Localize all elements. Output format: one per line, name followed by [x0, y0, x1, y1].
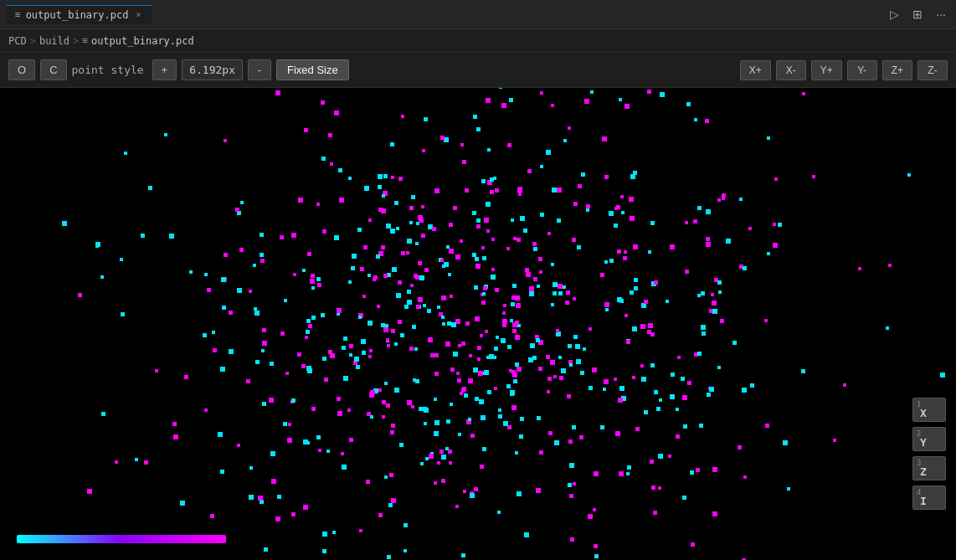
more-actions-button[interactable]: ··· [933, 6, 949, 23]
axis-yminus-button[interactable]: Y- [847, 60, 877, 80]
breadcrumb-sep-2: > [73, 35, 79, 47]
btn-o[interactable]: O [8, 59, 35, 80]
size-decrease-button[interactable]: - [248, 59, 271, 80]
title-actions: ▷ ⊞ ··· [887, 6, 949, 23]
axis-legend-x: 1 X [912, 398, 946, 422]
active-tab[interactable]: ≡ output_binary.pcd × [7, 5, 152, 24]
breadcrumb-icon: ≡ [82, 35, 88, 46]
btn-c[interactable]: C [40, 59, 66, 80]
axis-yplus-button[interactable]: Y+ [811, 60, 842, 80]
axis-zplus-button[interactable]: Z+ [882, 60, 912, 80]
axis-legend-num-2: 2 [917, 429, 921, 438]
breadcrumb-item-build[interactable]: build [39, 35, 69, 47]
fixed-size-button[interactable]: Fixed Size [276, 59, 349, 80]
breadcrumb-item-pcd[interactable]: PCD [8, 35, 27, 47]
point-cloud-canvas[interactable] [0, 88, 956, 560]
tab-filename: output_binary.pcd [26, 9, 129, 21]
breadcrumb-current-file: output_binary.pcd [91, 35, 194, 47]
breadcrumb-sep-1: > [30, 35, 36, 47]
axis-legend-i: 4 I [912, 486, 946, 510]
axis-legend-num-3: 3 [917, 459, 921, 467]
point-style-label: point style [72, 64, 144, 76]
axis-zminus-button[interactable]: Z- [917, 60, 948, 80]
axis-legend-label-x: X [920, 407, 927, 419]
axis-legend-num-1: 1 [917, 400, 921, 408]
axis-legend: 1 X 2 Y 3 Z 4 I [912, 398, 946, 510]
axis-legend-label-y: Y [920, 436, 927, 449]
tab-area: ≡ output_binary.pcd × [7, 5, 152, 24]
size-value-display: 6.192px [182, 59, 243, 80]
axis-legend-num-4: 4 [917, 488, 921, 496]
axis-legend-z: 3 Z [912, 456, 946, 480]
split-button[interactable]: ⊞ [909, 6, 926, 23]
tab-close-button[interactable]: × [133, 9, 143, 20]
run-button[interactable]: ▷ [887, 6, 902, 23]
axis-xplus-button[interactable]: X+ [740, 60, 771, 80]
axis-legend-label-z: Z [920, 465, 927, 478]
axis-legend-label-i: I [920, 495, 927, 507]
breadcrumb: PCD > build > ≡ output_binary.pcd [0, 29, 956, 53]
toolbar: O C point style + 6.192px - Fixed Size X… [0, 53, 956, 88]
tab-icon: ≡ [15, 9, 21, 20]
title-bar: ≡ output_binary.pcd × ▷ ⊞ ··· [0, 0, 956, 29]
color-bar [17, 535, 226, 543]
axis-legend-y: 2 Y [912, 427, 946, 451]
axis-xminus-button[interactable]: X- [776, 60, 806, 80]
viewport[interactable]: 1 X 2 Y 3 Z 4 I [0, 88, 956, 560]
size-increase-button[interactable]: + [152, 59, 177, 80]
